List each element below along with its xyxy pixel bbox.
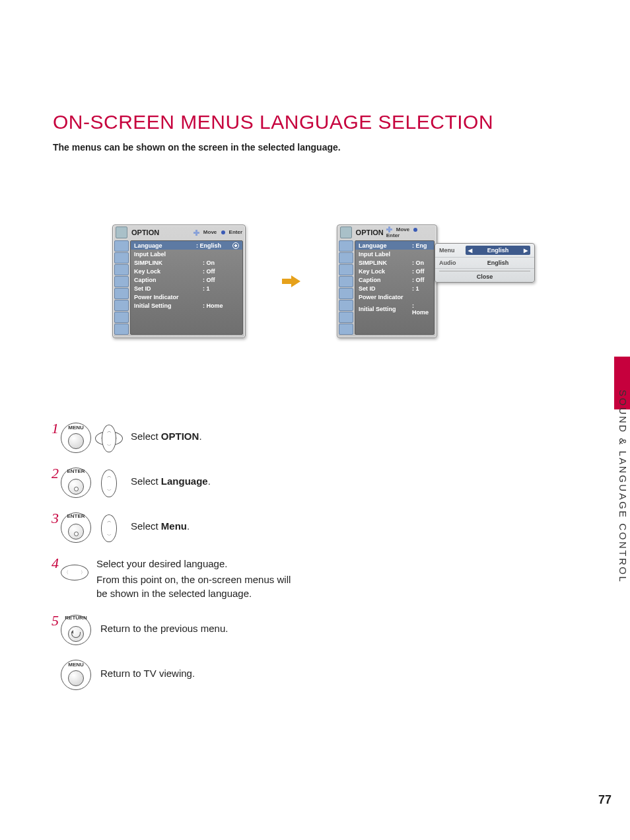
osd-row-caption[interactable]: Caption: Off [131, 275, 242, 284]
osd-category-icons [337, 240, 353, 337]
step-number: 3 [52, 511, 61, 526]
dpad-icon [386, 227, 392, 232]
enter-dot-icon [221, 230, 225, 234]
step-4: 4 〈〉 Select your desired language. From … [52, 557, 564, 600]
step-text: Select your desired language. From this … [96, 557, 295, 600]
enter-button-icon: ENTER [61, 468, 91, 498]
language-submenu: Menu ◀ English ▶ Audio English Close [435, 243, 535, 283]
step-6: MENU Return to TV viewing. [52, 660, 564, 690]
enter-dot-icon [413, 228, 417, 232]
step-text: Return to the previous menu. [100, 615, 228, 634]
osd-row-initial-setting[interactable]: Initial Setting: Home [131, 301, 242, 310]
section-side-label: SOUND & LANGUAGE CONTROL [617, 390, 629, 601]
dpad-icon [193, 230, 199, 236]
intro-text: The menus can be shown on the screen in … [53, 142, 341, 153]
step-text: Select OPTION. [131, 423, 202, 442]
osd-list: Language: Eng Input Label SIMPLINK: On K… [355, 240, 435, 335]
osd-row-keylock[interactable]: Key Lock: Off [355, 267, 434, 275]
osd-title: OPTION [131, 228, 191, 236]
osd-title: OPTION [356, 228, 384, 236]
step-number: 4 [52, 556, 61, 571]
submenu-row-audio[interactable]: Audio English [435, 258, 534, 269]
triangle-left-icon[interactable]: ◀ [468, 248, 472, 254]
aspect-icon [116, 227, 127, 238]
osd-row-simplink[interactable]: SIMPLINK: On [131, 258, 242, 267]
aspect-icon [340, 227, 352, 238]
dpad-updown-icon: ︿﹀ [95, 468, 122, 497]
osd-row-input-label[interactable]: Input Label [355, 250, 434, 258]
osd-option-menu-after: OPTION Move Enter Language: Eng Input La… [337, 225, 437, 338]
osd-row-power-indicator[interactable]: Power Indicator [131, 293, 242, 301]
osd-row-language[interactable]: Language: Eng [355, 241, 434, 250]
osd-row-initial-setting[interactable]: Initial Setting: Home [355, 301, 434, 316]
page-title: ON-SCREEN MENUS LANGUAGE SELECTION [53, 111, 493, 133]
svg-marker-0 [282, 275, 300, 287]
osd-row-simplink[interactable]: SIMPLINK: On [355, 258, 434, 267]
step-number: 5 [52, 613, 61, 628]
menu-button-icon: MENU [61, 423, 91, 453]
osd-row-language[interactable]: Language: English [131, 241, 242, 250]
osd-option-menu-before: OPTION Move Enter Language: English Inpu… [112, 225, 246, 338]
osd-row-power-indicator[interactable]: Power Indicator [355, 293, 434, 301]
arrow-right-icon [282, 275, 300, 287]
step-2: 2 ENTER ︿﹀ Select Language. [52, 468, 564, 498]
return-button-icon: RETURN [61, 615, 91, 645]
step-3: 3 ENTER ︿﹀ Select Menu. [52, 512, 564, 543]
dpad-full-icon: 〈〉 ︿﹀ [95, 423, 122, 452]
osd-row-setid[interactable]: Set ID: 1 [131, 284, 242, 293]
osd-hints: Move Enter [384, 227, 434, 238]
osd-category-icons [113, 240, 129, 337]
osd-hints: Move Enter [191, 229, 242, 235]
enter-button-icon: ENTER [61, 512, 91, 543]
osd-row-keylock[interactable]: Key Lock: Off [131, 267, 242, 275]
step-text: Return to TV viewing. [100, 660, 195, 679]
step-References: Select Menu. [131, 512, 190, 532]
osd-row-setid[interactable]: Set ID: 1 [355, 284, 434, 293]
triangle-right-icon[interactable]: ▶ [524, 248, 528, 254]
submenu-row-menu[interactable]: Menu ◀ English ▶ [435, 244, 534, 258]
step-5: 5 RETURN Return to the previous menu. [52, 615, 564, 645]
step-text: Select Language. [131, 468, 211, 487]
menu-button-icon: MENU [61, 660, 91, 690]
dpad-leftright-icon: 〈〉 [61, 557, 87, 586]
dpad-updown-icon: ︿﹀ [95, 513, 122, 542]
submenu-value-pill[interactable]: ◀ English ▶ [466, 246, 530, 255]
step-number: 2 [52, 466, 61, 481]
osd-row-caption[interactable]: Caption: Off [355, 275, 434, 284]
submenu-close[interactable]: Close [435, 269, 534, 282]
radio-icon [232, 242, 239, 249]
osd-row-input-label[interactable]: Input Label [131, 250, 242, 258]
page-number: 77 [598, 793, 612, 807]
step-1: 1 MENU 〈〉 ︿﹀ Select OPTION. [52, 423, 564, 453]
osd-list: Language: English Input Label SIMPLINK: … [130, 240, 243, 335]
step-number: 1 [52, 421, 61, 436]
